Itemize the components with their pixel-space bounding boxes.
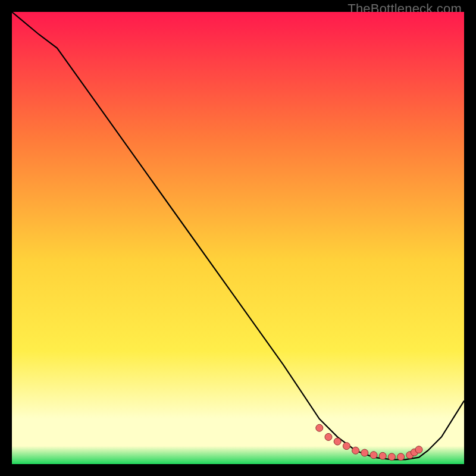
marker-dot bbox=[388, 453, 395, 461]
marker-dot bbox=[343, 443, 350, 450]
marker-dot bbox=[325, 433, 332, 440]
marker-dot bbox=[316, 424, 323, 431]
marker-dot bbox=[361, 449, 368, 456]
marker-dot bbox=[370, 452, 377, 459]
marker-dot bbox=[334, 438, 341, 445]
marker-dot bbox=[352, 447, 359, 454]
marker-dot bbox=[397, 453, 405, 461]
marker-dot bbox=[415, 446, 422, 453]
plot-area bbox=[12, 12, 464, 464]
marker-dot bbox=[379, 452, 386, 459]
chart-svg bbox=[12, 12, 464, 464]
chart-stage: TheBottleneck.com bbox=[0, 0, 476, 476]
